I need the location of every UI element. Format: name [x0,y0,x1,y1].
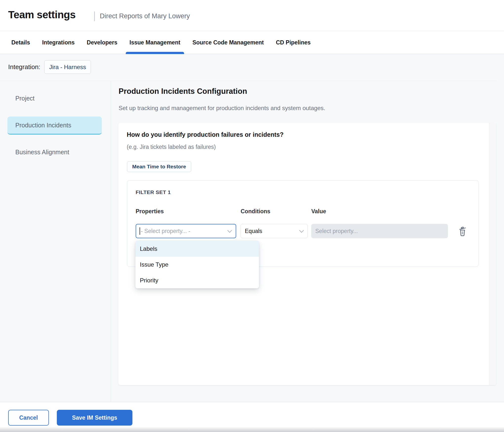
section-description: Set up tracking and management for produ… [119,105,325,112]
chevron-down-icon [299,228,304,233]
cancel-button[interactable]: Cancel [8,410,49,426]
dropdown-option-priority[interactable]: Priority [135,273,259,288]
active-tab-underline [126,52,184,54]
column-label-value: Value [311,208,326,215]
tab-integrations[interactable]: Integrations [42,31,75,54]
tab-details[interactable]: Details [11,31,30,54]
property-select-placeholder: - Select property... - [141,228,190,235]
tab-bar: Details Integrations Developers Issue Ma… [0,31,504,54]
trash-icon [458,225,467,237]
text-caret [140,227,140,235]
footer-bar: Cancel Save IM Settings [0,402,504,432]
title-separator [94,11,95,21]
incident-question: How do you identify production failures … [127,131,284,138]
chevron-down-icon [227,228,232,233]
integration-label: Integration: [8,63,40,71]
sidebar-item-production-incidents[interactable]: Production Incidents [7,117,102,135]
value-input[interactable]: Select property... [311,224,448,238]
property-dropdown-menu: Labels Issue Type Priority [135,241,259,288]
value-input-placeholder: Select property... [315,228,358,235]
section-heading: Production Incidents Configuration [119,87,247,96]
column-label-properties: Properties [136,208,164,215]
tab-source-code-management[interactable]: Source Code Management [192,31,264,54]
column-label-conditions: Conditions [241,208,270,215]
condition-select[interactable]: Equals [241,224,308,238]
condition-select-value: Equals [245,228,262,235]
integration-chip[interactable]: Jira - Harness [44,60,91,74]
delete-filter-button[interactable] [458,225,467,237]
page-header: Team settings Direct Reports of Mary Low… [0,0,504,31]
tab-developers[interactable]: Developers [87,31,117,54]
sidebar-item-project[interactable]: Project [7,89,102,107]
integration-divider [0,81,497,81]
sidebar-item-business-alignment[interactable]: Business Alignment [7,143,102,161]
dropdown-option-labels[interactable]: Labels [135,241,259,257]
page-title: Team settings [8,9,76,21]
property-select[interactable]: - Select property... - [136,224,236,238]
metric-chip-mean-time-to-restore[interactable]: Mean Time to Restore [127,161,191,172]
card-scrollbar-track[interactable] [489,123,496,385]
tab-issue-management[interactable]: Issue Management [129,31,180,54]
filter-set-title: FILTER SET 1 [136,189,171,195]
page-subtitle: Direct Reports of Mary Lowery [100,12,190,20]
tab-cd-pipelines[interactable]: CD Pipelines [276,31,311,54]
incident-question-hint: (e.g. Jira tickets labeled as failures) [127,144,216,150]
dropdown-option-issue-type[interactable]: Issue Type [135,257,259,273]
save-im-settings-button[interactable]: Save IM Settings [57,410,132,426]
sidebar-divider [111,81,111,402]
